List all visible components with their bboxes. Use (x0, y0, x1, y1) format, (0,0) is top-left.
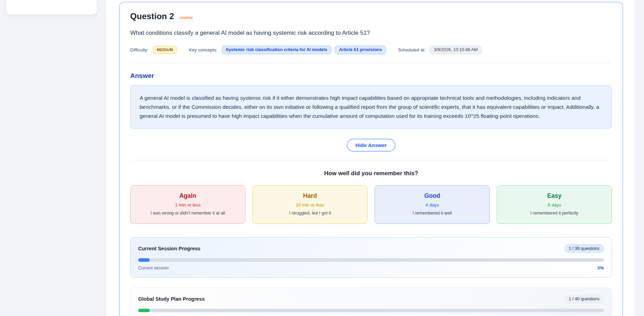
divider (130, 160, 612, 160)
global-progress-count-badge: 1 / 40 questions (564, 294, 604, 303)
session-progress-count-badge: 1 / 39 questions (564, 244, 604, 253)
rating-interval: 1 min or less (135, 202, 241, 208)
rating-description: I struggled, but I got it (257, 211, 363, 216)
concept-badge: Article 51 provisions (335, 46, 386, 54)
difficulty-badge: MEDIUM (153, 46, 177, 54)
question-title: Question 2 (130, 11, 174, 21)
hide-answer-button[interactable]: Hide Answer (347, 139, 395, 152)
global-progress-bar-track (138, 309, 604, 312)
session-progress-bar-fill (138, 258, 150, 262)
rating-label: Hard (257, 192, 363, 200)
session-progress-header: Current Session Progress 1 / 39 question… (138, 244, 604, 253)
rating-description: I remembered it well (379, 211, 485, 216)
rating-interval: 10 min or less (257, 202, 363, 208)
rating-interval: 4 days (379, 202, 485, 208)
session-progress-percent: 3% (597, 265, 604, 270)
question-meta-row: Difficulty: MEDIUM Key concepts: Systemi… (130, 46, 612, 54)
scheduled-at-label: Scheduled at: (398, 47, 426, 52)
sidebar-region (0, 0, 106, 316)
main-panel: Question 2 review What conditions classi… (106, 0, 635, 316)
difficulty-label: Difficulty: (130, 47, 149, 52)
answer-box: A general AI model is classified as havi… (130, 85, 612, 129)
answer-heading: Answer (130, 72, 612, 80)
rating-description: I remembered it perfectly (501, 211, 607, 216)
concept-badge: Systemic risk classification criteria fo… (222, 46, 331, 54)
rating-label: Good (379, 192, 485, 200)
question-title-row: Question 2 review (130, 11, 612, 21)
rating-description: I was wrong or didn't remember it at all (135, 211, 241, 216)
rating-easy-button[interactable]: Easy 8 days I remembered it perfectly (497, 185, 612, 224)
question-card: Question 2 review What conditions classi… (119, 2, 623, 316)
global-progress-header: Global Study Plan Progress 1 / 40 questi… (138, 294, 604, 303)
global-progress-title: Global Study Plan Progress (138, 296, 205, 302)
global-progress-bar-fill (138, 309, 150, 312)
rating-good-button[interactable]: Good 4 days I remembered it well (375, 185, 490, 224)
remember-prompt-heading: How well did you remember this? (130, 170, 612, 177)
rating-interval: 8 days (501, 202, 607, 208)
session-progress-bar-track (138, 258, 604, 262)
hide-answer-wrap: Hide Answer (130, 139, 612, 152)
scheduled-at-badge: 3/9/2026, 10:15:46 AM (430, 46, 482, 54)
rating-again-button[interactable]: Again 1 min or less I was wrong or didn'… (130, 185, 245, 224)
key-concepts-label: Key concepts: (189, 47, 218, 52)
rating-label: Easy (501, 192, 607, 200)
session-progress-title: Current Session Progress (138, 246, 201, 251)
review-status-tag: review (180, 15, 193, 20)
rating-options-grid: Again 1 min or less I was wrong or didn'… (130, 185, 612, 224)
sidebar-panel-card (6, 0, 97, 15)
session-progress-caption: Current session (138, 266, 169, 270)
divider (130, 63, 612, 63)
rating-label: Again (135, 192, 241, 200)
session-progress-footer: Current session 3% (138, 265, 604, 270)
question-text: What conditions classify a general AI mo… (130, 30, 612, 37)
session-progress-card: Current Session Progress 1 / 39 question… (130, 237, 612, 278)
global-progress-card: Global Study Plan Progress 1 / 40 questi… (130, 287, 612, 316)
rating-hard-button[interactable]: Hard 10 min or less I struggled, but I g… (252, 185, 368, 224)
